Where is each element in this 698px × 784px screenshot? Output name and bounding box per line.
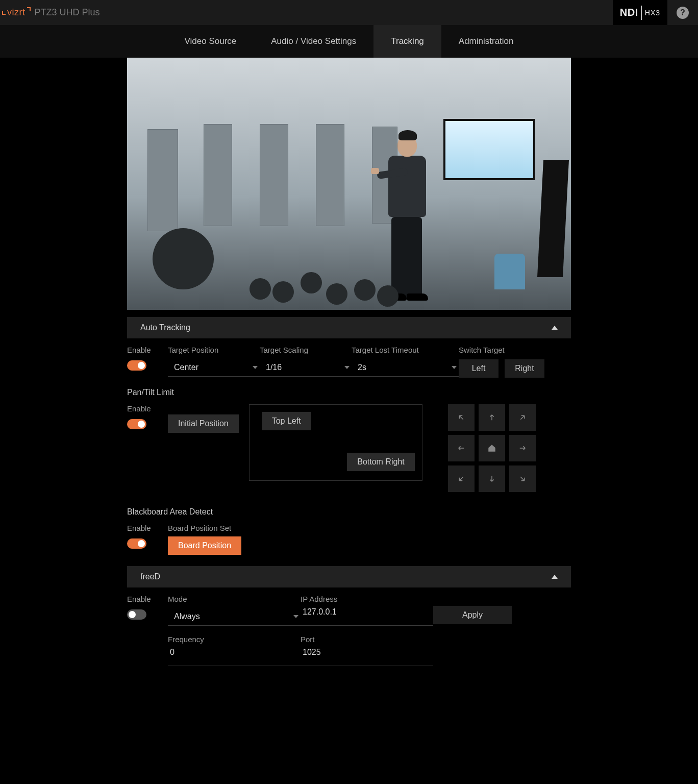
dpad-up-left[interactable] [448, 404, 475, 431]
ndi-label: NDI [620, 7, 638, 18]
chevron-down-icon [253, 366, 258, 369]
initial-position-button[interactable]: Initial Position [168, 414, 239, 433]
pantilt-limit-box: Top Left Bottom Right [249, 404, 422, 481]
pantilt-title: Pan/Tilt Limit [127, 388, 571, 397]
freed-freq-label: Frequency [168, 635, 301, 644]
ndi-divider [641, 6, 642, 20]
freed-mode-value: Always [174, 612, 200, 621]
target-scaling-select[interactable]: 1/16 [260, 358, 352, 377]
chevron-down-icon [452, 366, 457, 369]
freed-apply-button[interactable]: Apply [433, 606, 512, 624]
board-position-button[interactable]: Board Position [168, 536, 241, 555]
dpad-up-right[interactable] [509, 404, 536, 431]
section-freed-title: freeD [140, 572, 160, 581]
target-lost-select[interactable]: 2s [352, 358, 459, 377]
pantilt-enable-label: Enable [127, 404, 168, 413]
help-icon: ? [677, 7, 689, 19]
board-position-set-label: Board Position Set [168, 524, 241, 532]
camera-preview [127, 58, 571, 310]
caret-up-icon [552, 326, 558, 330]
freed-enable-label: Enable [127, 595, 168, 603]
chevron-down-icon [293, 615, 298, 618]
freed-enable-toggle[interactable] [127, 609, 146, 620]
dpad-down-left[interactable] [448, 465, 475, 492]
switch-target-label: Switch Target [459, 346, 551, 354]
freed-freq-input[interactable]: 0 [168, 648, 301, 666]
app-header: vizrt PTZ3 UHD Plus NDI HX3 ? [0, 0, 698, 25]
target-scaling-value: 1/16 [266, 363, 282, 372]
top-left-button[interactable]: Top Left [262, 412, 311, 430]
blackboard-enable-toggle[interactable] [127, 538, 146, 549]
dpad-down[interactable] [479, 465, 505, 492]
caret-up-icon [552, 575, 558, 579]
section-auto-tracking[interactable]: Auto Tracking [127, 317, 571, 338]
freed-port-input[interactable]: 1025 [301, 648, 433, 666]
target-position-value: Center [174, 363, 198, 372]
dpad-home[interactable] [479, 435, 505, 461]
switch-right-button[interactable]: Right [505, 359, 544, 378]
target-position-select[interactable]: Center [168, 358, 260, 377]
tab-av-settings[interactable]: Audio / Video Settings [254, 25, 373, 58]
target-position-label: Target Position [168, 346, 260, 354]
tab-video-source[interactable]: Video Source [167, 25, 254, 58]
vizrt-logo: vizrt [5, 7, 28, 18]
tab-tracking[interactable]: Tracking [373, 25, 441, 58]
product-name: PTZ3 UHD Plus [35, 7, 100, 18]
pantilt-enable-toggle[interactable] [127, 419, 146, 429]
direction-pad [448, 404, 536, 492]
freed-ip-label: IP Address [301, 595, 433, 603]
target-scaling-label: Target Scaling [260, 346, 352, 354]
dpad-down-right[interactable] [509, 465, 536, 492]
blackboard-enable-label: Enable [127, 524, 168, 532]
auto-enable-toggle[interactable] [127, 360, 146, 371]
help-button[interactable]: ? [667, 0, 698, 25]
hx3-label: HX3 [645, 9, 660, 17]
nav-bar: Video Source Audio / Video Settings Trac… [0, 25, 698, 58]
bottom-right-button[interactable]: Bottom Right [347, 453, 414, 471]
target-lost-label: Target Lost Timeout [352, 346, 459, 354]
section-freed[interactable]: freeD [127, 566, 571, 587]
freed-port-label: Port [301, 635, 433, 644]
freed-mode-label: Mode [168, 595, 301, 603]
tab-administration[interactable]: Administration [441, 25, 531, 58]
target-lost-value: 2s [358, 363, 366, 372]
dpad-up[interactable] [479, 404, 505, 431]
dpad-right[interactable] [509, 435, 536, 461]
main-content: Auto Tracking Enable Target Position Cen… [127, 58, 571, 666]
section-auto-tracking-title: Auto Tracking [140, 323, 190, 332]
blackboard-title: Blackboard Area Detect [127, 507, 571, 517]
ndi-badge: NDI HX3 [613, 0, 667, 25]
dpad-left[interactable] [448, 435, 475, 461]
auto-enable-label: Enable [127, 346, 168, 354]
freed-mode-select[interactable]: Always [168, 607, 301, 626]
chevron-down-icon [344, 366, 350, 369]
freed-ip-input[interactable]: 127.0.0.1 [301, 607, 433, 626]
switch-left-button[interactable]: Left [459, 359, 498, 378]
